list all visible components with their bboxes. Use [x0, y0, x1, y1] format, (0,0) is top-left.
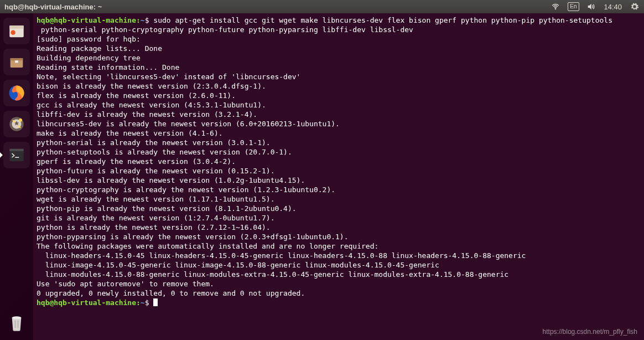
files-app-icon[interactable] — [3, 18, 30, 44]
prompt-user-2: hqb@hqb-virtual-machine — [37, 298, 136, 307]
settings-app-icon[interactable] — [3, 111, 30, 137]
svg-point-0 — [555, 8, 556, 9]
language-indicator[interactable]: En — [568, 2, 578, 12]
svg-point-3 — [11, 30, 15, 35]
desktop: hqb@hqb-virtual-machine:~$ sudo apt-get … — [0, 13, 644, 340]
trash-icon[interactable] — [3, 309, 30, 336]
archive-app-icon[interactable] — [3, 49, 30, 75]
window-title: hqb@hqb-virtual-machine: ~ — [4, 3, 550, 11]
firefox-icon[interactable] — [3, 80, 30, 106]
svg-point-9 — [19, 119, 22, 122]
terminal-icon[interactable] — [3, 142, 30, 168]
svg-rect-15 — [18, 321, 19, 328]
launcher — [0, 13, 33, 340]
prompt-end: $ — [145, 16, 154, 24]
titlebar: hqb@hqb-virtual-machine: ~ En 14:40 — [0, 0, 644, 13]
svg-point-13 — [12, 316, 22, 319]
system-tray: En 14:40 — [550, 2, 640, 12]
prompt-user: hqb@hqb-virtual-machine — [37, 16, 136, 24]
clock[interactable]: 14:40 — [604, 3, 622, 11]
cursor — [153, 298, 158, 306]
prompt-path: ~ — [141, 16, 145, 24]
wifi-icon[interactable] — [550, 2, 560, 12]
svg-rect-11 — [9, 149, 24, 151]
svg-rect-2 — [9, 25, 24, 29]
terminal-output: [sudo] password for hqb: Reading package… — [37, 35, 526, 297]
sound-icon[interactable] — [586, 2, 596, 12]
svg-rect-14 — [15, 321, 16, 328]
svg-rect-6 — [15, 60, 18, 63]
svg-rect-5 — [11, 58, 23, 60]
prompt-sep: : — [136, 16, 141, 24]
gear-icon[interactable] — [630, 2, 640, 12]
terminal-pane[interactable]: hqb@hqb-virtual-machine:~$ sudo apt-get … — [33, 13, 644, 340]
watermark: https://blog.csdn.net/m_pfly_fish — [543, 327, 637, 337]
